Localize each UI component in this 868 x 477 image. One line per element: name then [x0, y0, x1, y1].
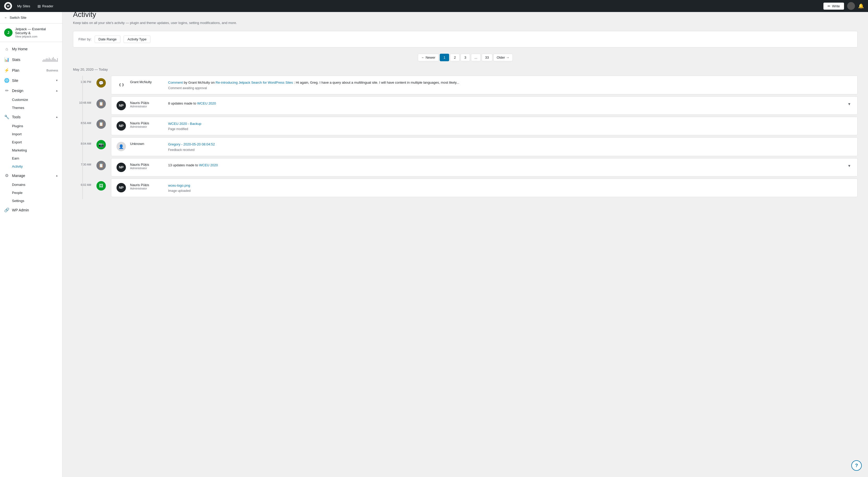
- user-name: Unknown: [130, 142, 164, 146]
- back-arrow-icon: ←: [4, 15, 7, 20]
- sidebar-subitem-domains[interactable]: Domains: [0, 181, 62, 189]
- plan-badge: Business: [46, 69, 58, 72]
- post-link[interactable]: wceu-logo.png: [168, 184, 190, 187]
- svg-rect-3: [43, 59, 44, 62]
- sidebar-item-manage[interactable]: ⚙ Manage ▲: [0, 170, 62, 181]
- activity-card: NP Nauris Pūķis Administrator 13 updates…: [111, 158, 858, 177]
- sidebar-item-plan[interactable]: ⚡ Plan Business: [0, 65, 62, 75]
- activity-description: wceu-logo.png: [168, 183, 852, 188]
- write-button[interactable]: ✏ Write: [824, 3, 844, 10]
- post-link[interactable]: Re-introducing Jetpack Search for WordPr…: [216, 81, 293, 85]
- svg-rect-12: [53, 57, 54, 62]
- activity-icon-col: 📷: [95, 137, 107, 149]
- site-nav-icon: 🌐: [4, 78, 9, 83]
- activity-time: 10:48 AM: [73, 96, 91, 104]
- svg-rect-4: [44, 60, 45, 62]
- reader-icon: ▤: [37, 4, 41, 8]
- user-avatar[interactable]: [847, 2, 855, 10]
- date-range-filter-button[interactable]: Date Range: [95, 35, 120, 43]
- user-name: Grant McNulty: [130, 80, 164, 84]
- home-icon: ⌂: [4, 47, 9, 51]
- activity-item: 6:02 AM 🖼 NP Nauris Pūķis Administrator …: [73, 179, 858, 199]
- sidebar-subitem-themes[interactable]: Themes: [0, 104, 62, 112]
- reader-button[interactable]: ▤ Reader: [35, 3, 56, 9]
- sidebar-subitem-import[interactable]: Import: [0, 130, 62, 138]
- activity-item: 7:30 AM 📋 NP Nauris Pūķis Administrator …: [73, 158, 858, 179]
- post-link[interactable]: WCEU 2020 - Backup: [168, 122, 201, 126]
- sidebar-subitem-settings[interactable]: Settings: [0, 197, 62, 205]
- activity-sub-text: Page modified: [168, 127, 852, 131]
- sidebar-subitem-export[interactable]: Export: [0, 138, 62, 146]
- sidebar-subitem-marketing[interactable]: Marketing: [0, 146, 62, 154]
- activity-details: Gregory - 2020-05-20 08:04:52 Feedback r…: [168, 142, 852, 152]
- user-role: Administrator: [130, 125, 164, 128]
- sidebar: ← Switch Site J Jetpack — Essential Secu…: [0, 12, 63, 210]
- user-role: Administrator: [130, 105, 164, 108]
- activity-details: 8 updates made to WCEU 2020: [168, 101, 842, 106]
- sidebar-subitem-plugins[interactable]: Plugins: [0, 122, 62, 130]
- user-info: Nauris Pūķis Administrator: [130, 121, 164, 128]
- activity-description: 8 updates made to WCEU 2020: [168, 101, 842, 106]
- older-page-button[interactable]: Older →: [493, 54, 513, 61]
- sidebar-subitem-activity[interactable]: Activity: [0, 162, 62, 170]
- my-sites-button[interactable]: My Sites: [15, 3, 32, 9]
- update-icon: 📋: [96, 119, 106, 129]
- switch-site-button[interactable]: ← Switch Site: [0, 12, 62, 24]
- wp-admin-icon: 🔗: [4, 208, 9, 210]
- activity-icon-col: 📋: [95, 96, 107, 108]
- user-name: Nauris Pūķis: [130, 163, 164, 166]
- sidebar-item-design[interactable]: ✏ Design ▲: [0, 86, 62, 96]
- comment-link[interactable]: Comment: [168, 81, 183, 85]
- activity-card: NP Nauris Pūķis Administrator WCEU 2020 …: [111, 117, 858, 135]
- activity-type-filter-button[interactable]: Activity Type: [124, 35, 150, 43]
- user-role: Administrator: [130, 187, 164, 190]
- activity-sub-text: Image uploaded: [168, 189, 852, 193]
- page-1-button[interactable]: 1: [440, 54, 449, 61]
- sidebar-item-my-home[interactable]: ⌂ My Home: [0, 44, 62, 54]
- user-info: Grant McNulty: [130, 80, 164, 84]
- page-subtitle: Keep tabs on all your site's activity — …: [73, 21, 858, 25]
- activity-item: 8:56 AM 📋 NP Nauris Pūķis Administrator …: [73, 117, 858, 138]
- sidebar-item-tools[interactable]: 🔧 Tools ▲: [0, 112, 62, 122]
- sidebar-item-stats[interactable]: 📊 Stats: [0, 54, 62, 65]
- activity-timeline: 1:36 PM 💬 { } Grant McNulty Comment by G…: [73, 75, 858, 199]
- activity-icon-col: 🖼: [95, 179, 107, 191]
- activity-sub-text: Feedback received: [168, 148, 852, 152]
- svg-rect-2: [42, 60, 43, 62]
- sidebar-subitem-people[interactable]: People: [0, 189, 62, 197]
- activity-card: NP Nauris Pūķis Administrator wceu-logo.…: [111, 179, 858, 197]
- upload-icon: 🖼: [96, 181, 106, 191]
- update-icon: 📋: [96, 161, 106, 170]
- svg-rect-7: [48, 59, 49, 62]
- notifications-bell[interactable]: 🔔: [858, 3, 864, 9]
- svg-rect-13: [54, 59, 55, 62]
- tools-icon: 🔧: [4, 115, 9, 119]
- sidebar-subitem-earn[interactable]: Earn: [0, 154, 62, 162]
- post-link[interactable]: WCEU 2020: [199, 163, 218, 167]
- activity-description: Comment by Grant McNulty on Re-introduci…: [168, 80, 852, 85]
- svg-rect-8: [49, 58, 50, 62]
- page-3-button[interactable]: 3: [461, 54, 470, 61]
- sidebar-item-wp-admin[interactable]: 🔗 WP Admin: [0, 205, 62, 210]
- svg-rect-5: [45, 59, 46, 62]
- main-content: Activity Keep tabs on all your site's ac…: [63, 0, 868, 210]
- page-2-button[interactable]: 2: [450, 54, 460, 61]
- write-icon: ✏: [828, 4, 831, 8]
- sidebar-item-site[interactable]: 🌐 Site ▼: [0, 75, 62, 86]
- activity-card: NP Nauris Pūķis Administrator 8 updates …: [111, 96, 858, 115]
- newer-page-button[interactable]: ← Newer: [418, 54, 439, 61]
- site-url[interactable]: View jetpack.com: [15, 35, 58, 38]
- expand-button[interactable]: ▼: [846, 163, 852, 169]
- user-name: Nauris Pūķis: [130, 101, 164, 105]
- activity-details: wceu-logo.png Image uploaded: [168, 183, 852, 193]
- post-link[interactable]: WCEU 2020: [197, 101, 216, 105]
- svg-rect-9: [50, 59, 51, 62]
- post-link[interactable]: Gregory - 2020-05-20 08:04:52: [168, 142, 215, 146]
- expand-button[interactable]: ▼: [846, 101, 852, 107]
- activity-description: 13 updates made to WCEU 2020: [168, 163, 842, 168]
- svg-rect-10: [51, 60, 52, 62]
- stats-icon: 📊: [4, 57, 9, 62]
- sidebar-subitem-customize[interactable]: Customize: [0, 96, 62, 104]
- activity-details: WCEU 2020 - Backup Page modified: [168, 121, 852, 131]
- page-33-button[interactable]: 33: [482, 54, 492, 61]
